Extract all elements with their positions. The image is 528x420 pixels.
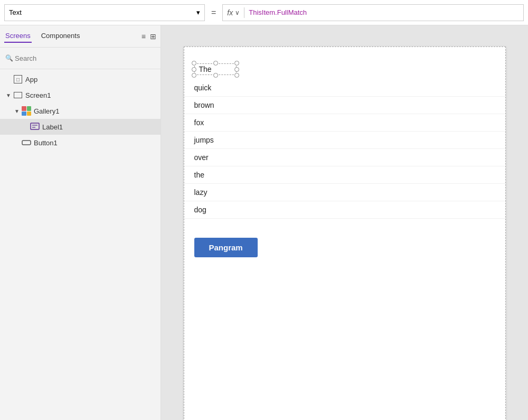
formula-bar: Text ▾ = fx ∨ ThisItem.FullMatch — [0, 0, 528, 25]
tree-item-label1[interactable]: Label1 — [0, 119, 161, 135]
svg-rect-0 — [31, 123, 39, 129]
gallery-item-selected[interactable]: The — [184, 57, 506, 77]
handle-bl[interactable] — [192, 73, 196, 78]
label-selected-container: The — [194, 63, 237, 75]
property-selector[interactable]: Text ▾ — [4, 4, 205, 21]
equals-sign: = — [209, 8, 218, 17]
tree-item-button1[interactable]: Button1 — [0, 135, 161, 151]
tree-item-screen1[interactable]: ▼ Screen1 — [0, 87, 161, 103]
gallery-item-brown[interactable]: brown — [184, 97, 506, 114]
gallery-item-jumps[interactable]: jumps — [184, 132, 506, 149]
grid-view-icon[interactable]: ⊞ — [150, 32, 156, 41]
label1-label: Label1 — [42, 123, 63, 131]
button1-label: Button1 — [34, 139, 58, 147]
panel-search — [0, 48, 161, 69]
list-view-icon[interactable]: ≡ — [142, 32, 146, 41]
tab-components[interactable]: Components — [40, 30, 81, 43]
handle-tl[interactable] — [192, 61, 196, 66]
label-icon — [30, 122, 40, 132]
screen1-label: Screen1 — [25, 91, 51, 99]
canvas-screen: The quick brown fox jumps — [184, 46, 506, 420]
app-label: App — [25, 76, 37, 83]
button-icon — [21, 137, 32, 148]
handle-bc[interactable] — [213, 73, 218, 78]
search-wrap — [4, 51, 156, 66]
handle-ml[interactable] — [192, 67, 196, 72]
property-selector-chevron: ▾ — [196, 8, 200, 16]
fx-label: fx — [227, 8, 233, 17]
gallery-item-quick[interactable]: quick — [184, 79, 506, 97]
formula-input-area[interactable]: fx ∨ ThisItem.FullMatch — [222, 4, 524, 21]
gallery-item-the[interactable]: the — [184, 166, 506, 184]
left-panel: Screens Components ≡ ⊞ □ App — [0, 25, 161, 420]
app-icon: □ — [13, 74, 23, 85]
panel-tab-icons: ≡ ⊞ — [142, 32, 156, 41]
tree-item-gallery1[interactable]: ▼ Gallery1 — [0, 103, 161, 119]
fx-divider — [244, 7, 244, 18]
gallery-item-dog[interactable]: dog — [184, 201, 506, 219]
search-input[interactable] — [4, 51, 156, 66]
gallery1-label: Gallery1 — [34, 107, 59, 115]
handle-br[interactable] — [234, 73, 239, 78]
panel-tabs: Screens Components ≡ ⊞ — [0, 25, 161, 48]
screen-icon — [13, 90, 23, 100]
fx-chevron-icon: ∨ — [235, 9, 240, 16]
handle-tc[interactable] — [213, 61, 218, 66]
property-selector-label: Text — [9, 8, 22, 16]
gallery-item-over[interactable]: over — [184, 149, 506, 166]
tree-view: □ App ▼ Screen1 ▼ — [0, 69, 161, 420]
gallery-icon — [21, 106, 32, 116]
canvas-area: The quick brown fox jumps — [161, 25, 528, 420]
svg-rect-3 — [22, 141, 31, 145]
tab-screens[interactable]: Screens — [4, 30, 32, 43]
handle-mr[interactable] — [234, 67, 239, 72]
main-area: Screens Components ≡ ⊞ □ App — [0, 25, 528, 420]
screen1-chevron: ▼ — [4, 92, 13, 98]
gallery-item-lazy[interactable]: lazy — [184, 184, 506, 201]
formula-text: ThisItem.FullMatch — [249, 8, 307, 16]
gallery-list: The quick brown fox jumps — [184, 46, 506, 229]
gallery-item-fox[interactable]: fox — [184, 114, 506, 132]
tree-item-app[interactable]: □ App — [0, 71, 161, 87]
gallery1-chevron: ▼ — [13, 108, 21, 114]
handle-tr[interactable] — [234, 61, 239, 66]
pangram-button[interactable]: Pangram — [194, 238, 258, 257]
